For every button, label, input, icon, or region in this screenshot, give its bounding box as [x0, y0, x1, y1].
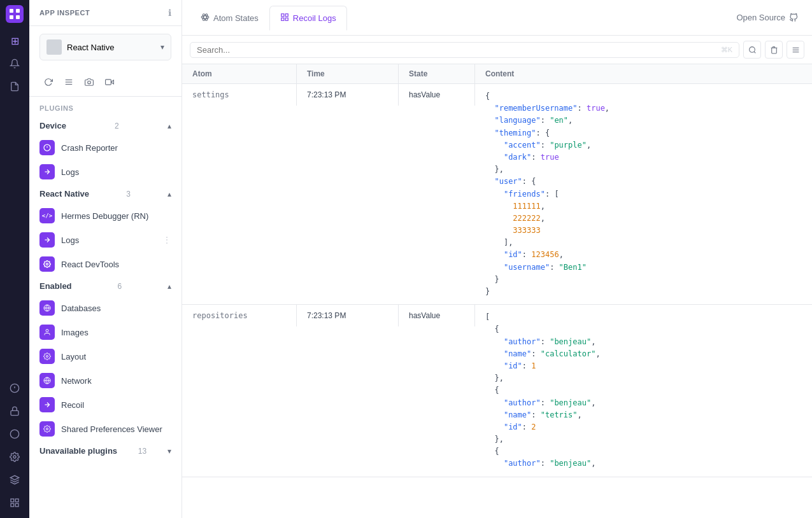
svg-rect-7 [11, 410, 18, 415]
plugin-images[interactable]: Images [29, 320, 182, 344]
atom-name-settings: settings [182, 84, 297, 106]
svg-rect-38 [281, 13, 284, 16]
enabled-section-title: Enabled [39, 281, 72, 291]
lock-icon[interactable] [4, 401, 25, 421]
layout-icon [39, 349, 55, 364]
search-input[interactable] [197, 45, 717, 55]
enabled-section-count: 6 [117, 282, 122, 291]
open-source-button[interactable]: Open Source [730, 9, 804, 26]
time-repositories: 7:23:13 PM [297, 305, 399, 326]
column-atom: Atom [182, 64, 297, 83]
tab-atom-states[interactable]: Atom States [190, 6, 269, 31]
app-logo [6, 5, 24, 23]
table-header: Atom Time State Content [182, 64, 812, 84]
info-icon[interactable]: ℹ [168, 8, 171, 18]
device-section-header[interactable]: Device 2 ▴ [29, 116, 182, 136]
enabled-section-header[interactable]: Enabled 6 ▴ [29, 276, 182, 296]
plugin-shared-prefs[interactable]: Shared Preferences Viewer [29, 417, 182, 441]
databases-icon [39, 300, 55, 316]
settings-icon[interactable] [4, 447, 25, 467]
recoil-label: Recoil [61, 400, 171, 410]
device-thumbnail [46, 39, 62, 55]
delete-action-button[interactable] [765, 41, 783, 59]
react-devtools-icon [39, 256, 55, 272]
svg-point-8 [10, 430, 18, 438]
plugin-databases[interactable]: Databases [29, 296, 182, 320]
content-toolbar: ⌘K [182, 36, 812, 64]
github-icon [789, 13, 798, 22]
search-action-button[interactable] [743, 41, 761, 59]
react-devtools-label: React DevTools [61, 260, 171, 269]
table-row[interactable]: repositories 7:23:13 PM hasValue [ { "au… [182, 305, 812, 477]
network-label: Network [61, 376, 171, 386]
layers2-icon[interactable] [4, 493, 25, 513]
svg-rect-2 [10, 15, 13, 19]
svg-point-34 [46, 428, 48, 430]
svg-rect-3 [16, 15, 20, 19]
content-repositories: [ { "author": "benjeau", "name": "calcul… [475, 305, 812, 476]
screenshot-button[interactable] [80, 73, 98, 91]
sidebar: APP INSPECT ℹ React Native ▾ PLUGINS Dev… [29, 0, 182, 518]
svg-line-43 [754, 52, 755, 53]
svg-rect-11 [11, 499, 14, 502]
table-row[interactable]: settings 7:23:13 PM hasValue { "remember… [182, 84, 812, 305]
state-repositories: hasValue [399, 305, 475, 326]
unavailable-section-chevron: ▾ [167, 447, 171, 456]
circle-icon[interactable] [4, 424, 25, 444]
atom-states-tab-icon [201, 13, 210, 24]
svg-rect-14 [15, 503, 18, 507]
layers-icon[interactable] [4, 470, 25, 490]
logs-rn-icon [39, 232, 55, 248]
search-input-wrap[interactable]: ⌘K [190, 42, 739, 58]
device-section-title: Device [39, 121, 66, 130]
enabled-section-chevron: ▴ [167, 282, 171, 291]
main-content: Atom States Recoil Logs Open Source ⌘K [182, 0, 812, 518]
plugin-layout[interactable]: Layout [29, 344, 182, 368]
logs-more-icon[interactable]: ⋮ [162, 235, 171, 245]
plugin-crash-reporter[interactable]: Crash Reporter [29, 136, 182, 160]
alert-icon[interactable] [4, 378, 25, 398]
hermes-debugger-label: Hermes Debugger (RN) [61, 211, 171, 221]
column-time: Time [297, 64, 399, 83]
tab-recoil-logs[interactable]: Recoil Logs [269, 6, 347, 31]
svg-rect-41 [285, 18, 288, 20]
svg-point-35 [201, 15, 209, 18]
network-icon [39, 373, 55, 388]
bell-icon[interactable] [4, 53, 25, 74]
plugin-logs-rn[interactable]: Logs ⋮ [29, 228, 182, 252]
sidebar-toolbar [29, 68, 182, 97]
plugin-react-devtools[interactable]: React DevTools [29, 252, 182, 276]
react-native-section-count: 3 [126, 190, 131, 199]
document-icon[interactable] [4, 76, 25, 97]
state-settings: hasValue [399, 84, 475, 106]
images-label: Images [61, 328, 171, 337]
databases-label: Databases [61, 304, 171, 313]
video-button[interactable] [101, 73, 118, 91]
layout-label: Layout [61, 352, 171, 361]
plugin-recoil[interactable]: Recoil [29, 393, 182, 417]
device-section-count: 2 [115, 122, 119, 130]
atom-states-tab-label: Atom States [213, 13, 259, 23]
svg-rect-40 [281, 18, 284, 20]
plugin-hermes-debugger[interactable]: </> Hermes Debugger (RN) [29, 204, 182, 228]
more-action-button[interactable] [787, 41, 804, 59]
svg-point-26 [46, 263, 48, 265]
menu-button[interactable] [60, 73, 78, 91]
open-source-label: Open Source [736, 13, 785, 22]
device-name: React Native [67, 43, 155, 52]
svg-rect-12 [15, 499, 18, 502]
recoil-logs-tab-icon [280, 13, 289, 24]
plugin-network[interactable]: Network [29, 368, 182, 393]
unavailable-section-count: 13 [138, 447, 146, 456]
refresh-button[interactable] [39, 73, 57, 91]
plugin-logs-device[interactable]: Logs [29, 160, 182, 184]
grid-icon[interactable]: ⊞ [4, 31, 25, 51]
svg-rect-13 [11, 503, 14, 507]
svg-rect-0 [10, 9, 13, 13]
svg-point-29 [46, 330, 48, 332]
plugins-label: PLUGINS [29, 97, 182, 116]
device-selector[interactable]: React Native ▾ [39, 34, 171, 60]
time-settings: 7:23:13 PM [297, 84, 399, 106]
react-native-section-header[interactable]: React Native 3 ▴ [29, 184, 182, 204]
unavailable-section-header[interactable]: Unavailable plugins 13 ▾ [29, 441, 182, 461]
